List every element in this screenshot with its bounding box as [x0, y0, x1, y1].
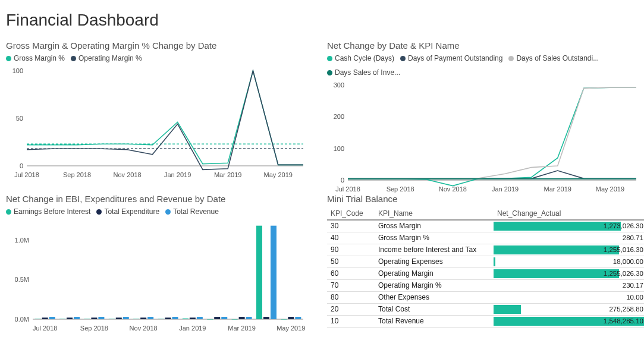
legend-item[interactable]: Gross Margin % — [6, 54, 65, 62]
column-header[interactable]: KPI_Code — [327, 207, 375, 220]
svg-rect-57 — [98, 317, 104, 319]
svg-rect-61 — [197, 317, 203, 319]
svg-text:Sep 2018: Sep 2018 — [80, 325, 108, 332]
svg-text:Jul 2018: Jul 2018 — [14, 171, 39, 178]
kpi-name: Gross Margin % — [375, 232, 494, 244]
svg-rect-58 — [123, 317, 129, 319]
legend-label: Gross Margin % — [14, 54, 65, 62]
value-label: 230.17 — [623, 282, 644, 289]
svg-text:Nov 2018: Nov 2018 — [130, 325, 158, 332]
svg-text:1.0M: 1.0M — [15, 237, 29, 244]
svg-rect-62 — [221, 317, 227, 319]
value-label: 280.71 — [623, 234, 644, 241]
legend-item[interactable]: Days of Payment Outstanding — [400, 54, 502, 62]
table-title: Mini Trial Balance — [327, 194, 644, 204]
svg-text:0: 0 — [341, 177, 344, 184]
value-bar — [494, 222, 621, 231]
value-bar — [494, 305, 521, 314]
legend-item[interactable]: Days of Sales Outstandi... — [508, 54, 599, 62]
chart-title: Gross Margin & Operating Margin % Change… — [6, 40, 315, 51]
svg-text:Mar 2019: Mar 2019 — [228, 325, 255, 332]
legend-item[interactable]: Days Sales of Inve... — [327, 68, 400, 77]
svg-rect-65 — [295, 317, 301, 319]
value-label: 1,273,026.30 — [604, 222, 644, 229]
svg-rect-49 — [165, 317, 171, 319]
svg-rect-44 — [42, 317, 48, 319]
table-row[interactable]: 90Income before Interest and Tax1,255,01… — [327, 244, 644, 256]
svg-rect-43 — [281, 319, 287, 320]
svg-text:Jul 2018: Jul 2018 — [335, 185, 360, 193]
svg-text:0: 0 — [20, 162, 23, 169]
table-row[interactable]: 70Operating Margin %230.17 — [327, 279, 644, 291]
table-row[interactable]: 80Other Expenses10.00 — [327, 291, 644, 303]
table-row[interactable]: 50Operating Expenses18,000.00 — [327, 256, 644, 267]
svg-text:Sep 2018: Sep 2018 — [63, 171, 91, 178]
svg-rect-35 — [84, 319, 90, 319]
table-row[interactable]: 30Gross Margin1,273,026.30 — [327, 220, 644, 232]
chart-title: Net Change in EBI, Expenditures and Reve… — [6, 194, 315, 204]
svg-rect-34 — [59, 319, 65, 319]
legend: Earnings Before InterestTotal Expenditur… — [6, 207, 315, 216]
column-header[interactable]: Net_Change_Actual — [494, 207, 644, 220]
value-label: 18,000.00 — [613, 258, 644, 265]
legend-label: Operating Margin % — [78, 54, 142, 62]
legend-item[interactable]: Cash Cycle (Days) — [327, 54, 394, 62]
legend: Cash Cycle (Days)Days of Payment Outstan… — [327, 54, 644, 77]
column-header[interactable]: KPI_Name — [375, 207, 494, 220]
table-row[interactable]: 20Total Cost275,258.80 — [327, 303, 644, 315]
chart-title: Net Change by Date & KPI Name — [327, 40, 644, 51]
svg-text:Mar 2019: Mar 2019 — [214, 171, 241, 178]
value-label: 275,258.80 — [609, 306, 644, 313]
legend-dot-icon — [327, 56, 332, 61]
kpi-name: Income before Interest and Tax — [375, 244, 494, 256]
legend-label: Total Revenue — [173, 207, 219, 216]
legend-dot-icon — [400, 56, 406, 61]
svg-rect-60 — [172, 317, 178, 319]
panel-mini-trial-balance: Mini Trial Balance KPI_CodeKPI_NameNet_C… — [327, 194, 644, 342]
bar-chart-ebi[interactable]: 0.0M0.5M1.0MJul 2018Sep 2018Nov 2018Jan … — [6, 218, 309, 334]
legend-item[interactable]: Earnings Before Interest — [6, 207, 90, 216]
svg-text:0.5M: 0.5M — [15, 276, 29, 283]
line-chart-kpi[interactable]: 0100200300Jul 2018Sep 2018Nov 2018Jan 20… — [327, 79, 642, 195]
value-bar — [494, 257, 495, 266]
svg-text:0.0M: 0.0M — [15, 316, 29, 323]
legend-label: Cash Cycle (Days) — [335, 54, 394, 62]
kpi-name: Other Expenses — [375, 291, 494, 303]
table-row[interactable]: 10Total Revenue1,548,285.10 — [327, 315, 644, 327]
svg-rect-64 — [271, 226, 277, 319]
legend-label: Days of Sales Outstandi... — [516, 54, 599, 62]
svg-rect-47 — [116, 317, 122, 319]
value-label: 1,255,016.30 — [604, 246, 644, 253]
panel-ebi-exp-rev: Net Change in EBI, Expenditures and Reve… — [6, 194, 315, 342]
svg-text:Jul 2018: Jul 2018 — [33, 325, 58, 332]
svg-rect-52 — [239, 317, 245, 319]
kpi-code: 50 — [327, 256, 375, 267]
kpi-name: Operating Margin — [375, 267, 494, 279]
line-chart-margins[interactable]: 050100Jul 2018Sep 2018Nov 2018Jan 2019Ma… — [6, 65, 309, 181]
svg-text:100: 100 — [12, 67, 23, 74]
legend-item[interactable]: Total Expenditure — [96, 207, 159, 216]
legend-dot-icon — [327, 70, 332, 75]
svg-text:May 2019: May 2019 — [277, 325, 305, 332]
legend-item[interactable]: Total Revenue — [165, 207, 219, 216]
net-change-cell: 10.00 — [494, 291, 644, 303]
panel-net-change-kpi: Net Change by Date & KPI Name Cash Cycle… — [327, 40, 644, 189]
kpi-code: 80 — [327, 291, 375, 303]
net-change-cell: 230.17 — [494, 279, 644, 291]
net-change-cell: 1,273,026.30 — [494, 220, 644, 232]
svg-rect-55 — [49, 317, 55, 319]
svg-rect-46 — [91, 317, 97, 319]
kpi-code: 90 — [327, 244, 375, 256]
net-change-cell: 1,548,285.10 — [494, 315, 644, 327]
legend-item[interactable]: Operating Margin % — [71, 54, 142, 62]
svg-rect-50 — [190, 317, 196, 319]
trial-balance-table[interactable]: KPI_CodeKPI_NameNet_Change_Actual 30Gros… — [327, 207, 644, 328]
legend-dot-icon — [165, 209, 171, 215]
table-row[interactable]: 60Operating Margin1,255,026.30 — [327, 267, 644, 279]
svg-text:May 2019: May 2019 — [264, 171, 293, 178]
legend-label: Total Expenditure — [104, 207, 159, 216]
table-row[interactable]: 40Gross Margin %280.71 — [327, 232, 644, 244]
kpi-code: 30 — [327, 220, 375, 232]
svg-rect-42 — [256, 226, 262, 319]
svg-text:100: 100 — [334, 145, 344, 152]
